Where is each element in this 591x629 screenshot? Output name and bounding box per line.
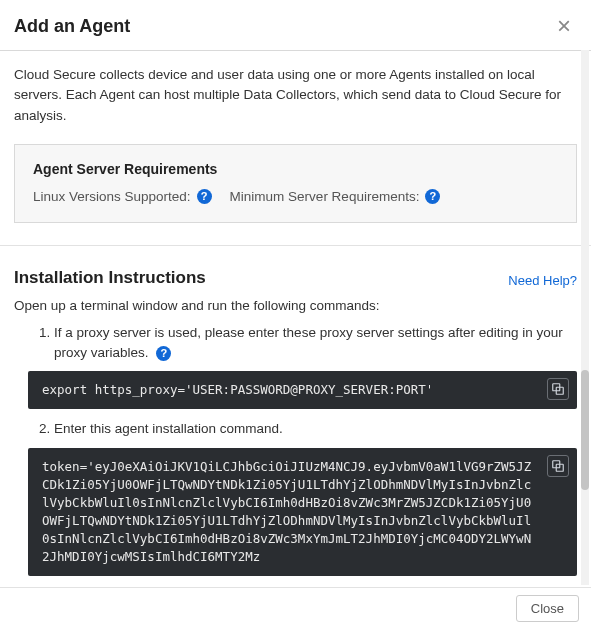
step-2: Enter this agent installation command. t… <box>54 419 577 601</box>
linux-versions-label: Linux Versions Supported: <box>33 189 191 204</box>
step-1: If a proxy server is used, please enter … <box>54 323 577 410</box>
dialog-body: Cloud Secure collects device and user da… <box>0 51 591 223</box>
min-server-label: Minimum Server Requirements: <box>230 189 420 204</box>
copy-icon[interactable] <box>547 455 569 477</box>
scrollbar[interactable] <box>579 50 591 585</box>
steps-list: If a proxy server is used, please enter … <box>14 323 577 602</box>
code-block-proxy: export https_proxy='USER:PASSWORD@PROXY_… <box>28 371 577 409</box>
help-icon[interactable]: ? <box>156 346 171 361</box>
requirements-row: Linux Versions Supported: ? Minimum Serv… <box>33 189 558 204</box>
need-help-link[interactable]: Need Help? <box>508 273 577 288</box>
requirements-box: Agent Server Requirements Linux Versions… <box>14 144 577 223</box>
close-button[interactable]: Close <box>516 595 579 622</box>
code-text-token: token='eyJ0eXAiOiJKV1QiLCJhbGciOiJIUzM4N… <box>42 459 531 565</box>
dialog-title: Add an Agent <box>14 16 130 37</box>
step-2-text: Enter this agent installation command. <box>54 421 283 436</box>
help-icon[interactable]: ? <box>197 189 212 204</box>
dialog-footer: Close <box>0 587 591 629</box>
instructions-header: Installation Instructions Need Help? <box>0 246 591 298</box>
code-text-proxy: export https_proxy='USER:PASSWORD@PROXY_… <box>42 382 433 397</box>
close-icon[interactable]: × <box>553 14 575 38</box>
step-1-text: If a proxy server is used, please enter … <box>54 325 563 360</box>
help-icon[interactable]: ? <box>425 189 440 204</box>
code-block-token: token='eyJ0eXAiOiJKV1QiLCJhbGciOiJIUzM4N… <box>28 448 577 577</box>
instructions-body: Open up a terminal window and run the fo… <box>0 298 591 602</box>
instructions-heading: Installation Instructions <box>14 268 206 288</box>
copy-icon[interactable] <box>547 378 569 400</box>
requirements-title: Agent Server Requirements <box>33 161 558 177</box>
intro-text: Cloud Secure collects device and user da… <box>14 65 577 126</box>
scrollbar-thumb[interactable] <box>581 370 589 490</box>
instructions-lead: Open up a terminal window and run the fo… <box>14 298 577 313</box>
linux-versions-item: Linux Versions Supported: ? <box>33 189 212 204</box>
min-server-item: Minimum Server Requirements: ? <box>230 189 441 204</box>
dialog-header: Add an Agent × <box>0 0 591 51</box>
